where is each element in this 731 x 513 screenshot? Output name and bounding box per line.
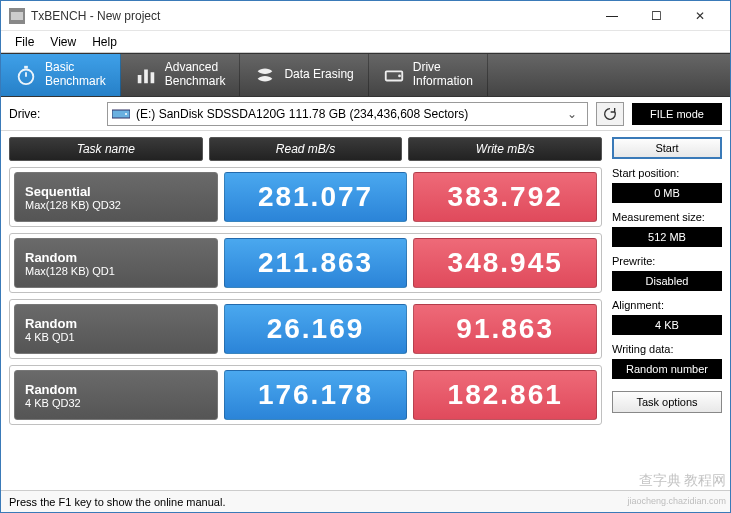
task-name-cell[interactable]: Random 4 KB QD32 xyxy=(14,370,218,420)
sidebar: Start Start position: 0 MB Measurement s… xyxy=(612,137,722,425)
test-row-random-4kb-qd1: Random 4 KB QD1 26.169 91.863 xyxy=(9,299,602,359)
test-row-random-max-qd1: Random Max(128 KB) QD1 211.863 348.945 xyxy=(9,233,602,293)
refresh-icon xyxy=(602,106,618,122)
tab-drive-information[interactable]: DriveInformation xyxy=(369,54,488,96)
file-mode-button[interactable]: FILE mode xyxy=(632,103,722,125)
svg-rect-7 xyxy=(150,72,154,83)
task-subtitle: Max(128 KB) QD1 xyxy=(25,265,207,277)
minimize-button[interactable]: — xyxy=(590,2,634,30)
svg-point-11 xyxy=(125,113,127,115)
test-row-random-4kb-qd32: Random 4 KB QD32 176.178 182.861 xyxy=(9,365,602,425)
read-value: 281.077 xyxy=(224,172,408,222)
read-value: 26.169 xyxy=(224,304,408,354)
task-title: Sequential xyxy=(25,184,207,199)
prewrite-value[interactable]: Disabled xyxy=(612,271,722,291)
write-value: 348.945 xyxy=(413,238,597,288)
bars-icon xyxy=(135,64,157,86)
erase-icon xyxy=(254,64,276,86)
task-subtitle: Max(128 KB) QD32 xyxy=(25,199,207,211)
statusbar: Press the F1 key to show the online manu… xyxy=(1,490,730,512)
read-value: 176.178 xyxy=(224,370,408,420)
prewrite-label: Prewrite: xyxy=(612,251,722,267)
tab-label: Benchmark xyxy=(165,75,226,89)
task-subtitle: 4 KB QD32 xyxy=(25,397,207,409)
tab-label: Information xyxy=(413,75,473,89)
menu-view[interactable]: View xyxy=(42,33,84,51)
tab-advanced-benchmark[interactable]: AdvancedBenchmark xyxy=(121,54,241,96)
test-row-sequential-qd32: Sequential Max(128 KB) QD32 281.077 383.… xyxy=(9,167,602,227)
read-value: 211.863 xyxy=(224,238,408,288)
drive-selected-text: (E:) SanDisk SDSSDA120G 111.78 GB (234,4… xyxy=(136,107,468,121)
alignment-label: Alignment: xyxy=(612,295,722,311)
task-title: Random xyxy=(25,316,207,331)
header-write: Write mB/s xyxy=(408,137,602,161)
tab-label: Advanced xyxy=(165,61,226,75)
write-value: 182.861 xyxy=(413,370,597,420)
drive-label: Drive: xyxy=(9,107,99,121)
header-row: Task name Read mB/s Write mB/s xyxy=(9,137,602,161)
tab-label: Basic xyxy=(45,61,106,75)
hdd-icon xyxy=(112,107,130,121)
header-task: Task name xyxy=(9,137,203,161)
task-subtitle: 4 KB QD1 xyxy=(25,331,207,343)
tab-data-erasing[interactable]: Data Erasing xyxy=(240,54,368,96)
svg-rect-1 xyxy=(11,12,23,20)
main-content: Task name Read mB/s Write mB/s Sequentia… xyxy=(1,131,730,425)
measurement-size-label: Measurement size: xyxy=(612,207,722,223)
titlebar: TxBENCH - New project — ☐ ✕ xyxy=(1,1,730,31)
svg-rect-6 xyxy=(144,70,148,84)
task-title: Random xyxy=(25,382,207,397)
stopwatch-icon xyxy=(15,64,37,86)
chevron-down-icon: ⌄ xyxy=(561,107,583,121)
writing-data-value[interactable]: Random number xyxy=(612,359,722,379)
task-name-cell[interactable]: Random 4 KB QD1 xyxy=(14,304,218,354)
alignment-value[interactable]: 4 KB xyxy=(612,315,722,335)
drive-row: Drive: (E:) SanDisk SDSSDA120G 111.78 GB… xyxy=(1,97,730,131)
tab-label: Benchmark xyxy=(45,75,106,89)
start-button[interactable]: Start xyxy=(612,137,722,159)
tabbar: BasicBenchmark AdvancedBenchmark Data Er… xyxy=(1,53,730,97)
svg-rect-4 xyxy=(24,66,28,69)
writing-data-label: Writing data: xyxy=(612,339,722,355)
svg-rect-5 xyxy=(137,75,141,83)
svg-rect-10 xyxy=(112,110,130,118)
start-position-label: Start position: xyxy=(612,163,722,179)
task-name-cell[interactable]: Random Max(128 KB) QD1 xyxy=(14,238,218,288)
write-value: 91.863 xyxy=(413,304,597,354)
write-value: 383.792 xyxy=(413,172,597,222)
drive-select[interactable]: (E:) SanDisk SDSSDA120G 111.78 GB (234,4… xyxy=(107,102,588,126)
start-position-value[interactable]: 0 MB xyxy=(612,183,722,203)
task-options-button[interactable]: Task options xyxy=(612,391,722,413)
watermark: 查字典 教程网 xyxy=(639,472,727,490)
status-text: Press the F1 key to show the online manu… xyxy=(9,496,225,508)
menu-file[interactable]: File xyxy=(7,33,42,51)
window-title: TxBENCH - New project xyxy=(31,9,590,23)
app-icon xyxy=(9,8,25,24)
task-title: Random xyxy=(25,250,207,265)
results-panel: Task name Read mB/s Write mB/s Sequentia… xyxy=(9,137,602,425)
tab-basic-benchmark[interactable]: BasicBenchmark xyxy=(1,54,121,96)
close-button[interactable]: ✕ xyxy=(678,2,722,30)
header-read: Read mB/s xyxy=(209,137,403,161)
tab-label: Data Erasing xyxy=(284,68,353,82)
refresh-button[interactable] xyxy=(596,102,624,126)
measurement-size-value[interactable]: 512 MB xyxy=(612,227,722,247)
menubar: File View Help xyxy=(1,31,730,53)
menu-help[interactable]: Help xyxy=(84,33,125,51)
drive-icon xyxy=(383,64,405,86)
maximize-button[interactable]: ☐ xyxy=(634,2,678,30)
svg-point-9 xyxy=(398,75,401,78)
tab-label: Drive xyxy=(413,61,473,75)
task-name-cell[interactable]: Sequential Max(128 KB) QD32 xyxy=(14,172,218,222)
